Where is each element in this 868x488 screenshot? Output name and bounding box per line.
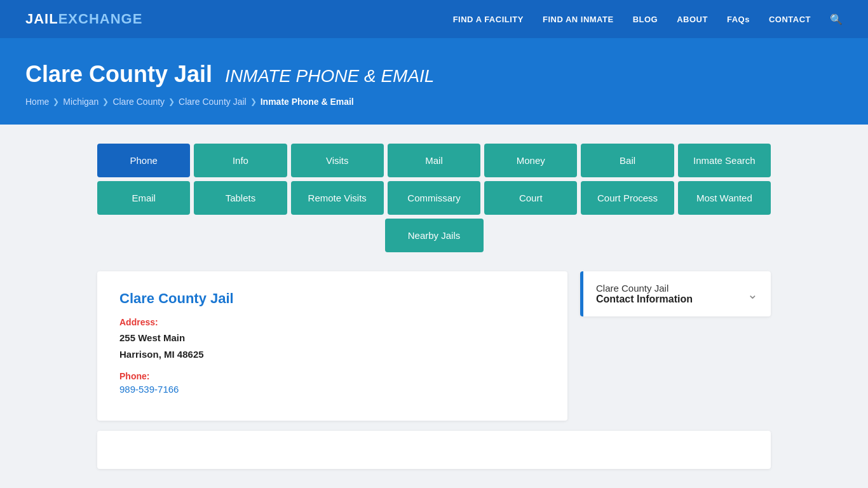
breadcrumb-jail[interactable]: Clare County Jail — [179, 97, 247, 107]
breadcrumb-michigan[interactable]: Michigan — [63, 97, 98, 107]
breadcrumb-sep-2: ❯ — [102, 97, 109, 106]
tab-row-3: Nearby Jails — [97, 219, 771, 252]
breadcrumb-sep-1: ❯ — [53, 97, 59, 106]
site-logo[interactable]: JAILEXCHANGE — [25, 11, 142, 27]
chevron-down-icon[interactable]: ⌄ — [747, 287, 758, 302]
address-line1: 255 West Main — [119, 332, 185, 343]
nav-blog[interactable]: BLOG — [633, 15, 658, 24]
logo-jail: JAIL — [25, 11, 58, 27]
address-text: 255 West Main Harrison, MI 48625 — [119, 330, 545, 362]
logo-exchange: EXCHANGE — [58, 11, 143, 27]
tab-row-2: Email Tablets Remote Visits Commissary C… — [97, 181, 771, 215]
phone-number[interactable]: 989-539-7166 — [119, 384, 179, 395]
tab-visits[interactable]: Visits — [291, 144, 384, 177]
info-card: Clare County Jail Address: 255 West Main… — [97, 271, 567, 421]
info-card-title: Clare County Jail — [119, 290, 545, 307]
address-line2: Harrison, MI 48625 — [119, 349, 204, 360]
tab-court-process[interactable]: Court Process — [581, 181, 674, 215]
tab-mail[interactable]: Mail — [388, 144, 480, 177]
tab-nearby-jails[interactable]: Nearby Jails — [385, 219, 484, 252]
phone-label: Phone: — [119, 371, 545, 381]
sidebar-title-bottom: Contact Information — [596, 294, 693, 305]
sidebar-card: Clare County Jail Contact Information ⌄ — [580, 271, 771, 316]
tab-tablets[interactable]: Tablets — [194, 181, 287, 215]
page-title-main: Clare County Jail — [25, 61, 212, 87]
nav-find-facility[interactable]: FIND A FACILITY — [453, 15, 524, 24]
main-content: Phone Info Visits Mail Money Bail Inmate… — [85, 144, 783, 469]
sidebar-title-block: Clare County Jail Contact Information — [596, 283, 693, 305]
hero-banner: Clare County Jail INMATE PHONE & EMAIL H… — [0, 38, 868, 125]
tab-court[interactable]: Court — [484, 181, 577, 215]
nav-find-inmate[interactable]: FIND AN INMATE — [543, 15, 614, 24]
breadcrumb-county[interactable]: Clare County — [112, 97, 165, 107]
tab-most-wanted[interactable]: Most Wanted — [678, 181, 771, 215]
breadcrumb: Home ❯ Michigan ❯ Clare County ❯ Clare C… — [25, 97, 843, 107]
breadcrumb-home[interactable]: Home — [25, 97, 49, 107]
breadcrumb-current: Inmate Phone & Email — [261, 97, 354, 107]
address-label: Address: — [119, 317, 545, 327]
breadcrumb-sep-4: ❯ — [250, 97, 257, 106]
nav-faqs[interactable]: FAQs — [727, 15, 750, 24]
sidebar-card-header[interactable]: Clare County Jail Contact Information ⌄ — [580, 271, 771, 316]
nav-about[interactable]: ABOUT — [677, 15, 708, 24]
main-nav: FIND A FACILITY FIND AN INMATE BLOG ABOU… — [453, 13, 843, 25]
content-section: Clare County Jail Address: 255 West Main… — [97, 271, 771, 421]
sidebar-title-top: Clare County Jail — [596, 283, 693, 294]
site-header: JAILEXCHANGE FIND A FACILITY FIND AN INM… — [0, 0, 868, 38]
bottom-card — [97, 431, 771, 469]
page-title-sub: INMATE PHONE & EMAIL — [225, 66, 434, 86]
search-icon[interactable]: 🔍 — [830, 13, 843, 25]
tab-remote-visits[interactable]: Remote Visits — [291, 181, 384, 215]
tab-bail[interactable]: Bail — [581, 144, 674, 177]
page-title: Clare County Jail INMATE PHONE & EMAIL — [25, 61, 843, 88]
nav-contact[interactable]: CONTACT — [769, 15, 811, 24]
breadcrumb-sep-3: ❯ — [168, 97, 175, 106]
tab-inmate-search[interactable]: Inmate Search — [678, 144, 771, 177]
tab-phone[interactable]: Phone — [97, 144, 190, 177]
tab-commissary[interactable]: Commissary — [388, 181, 480, 215]
tab-email[interactable]: Email — [97, 181, 190, 215]
tab-info[interactable]: Info — [194, 144, 287, 177]
tab-money[interactable]: Money — [484, 144, 577, 177]
tab-row-1: Phone Info Visits Mail Money Bail Inmate… — [97, 144, 771, 177]
